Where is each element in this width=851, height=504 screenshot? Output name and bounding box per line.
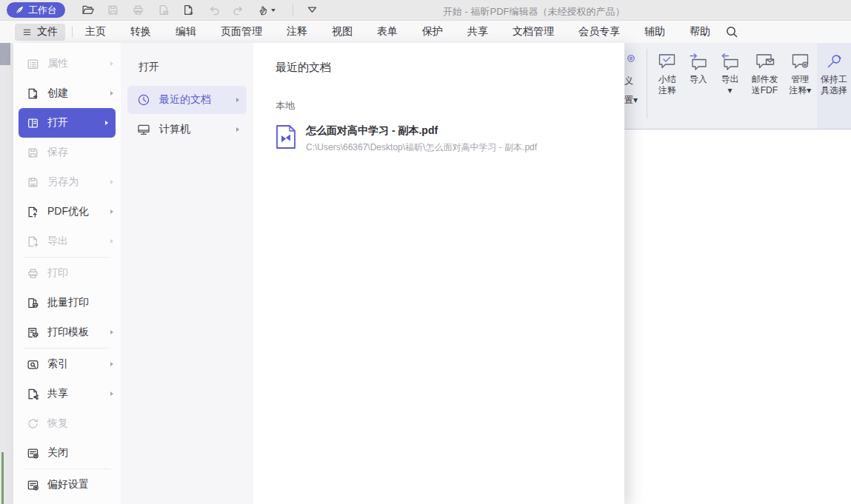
menu-item-restore: 恢复: [13, 409, 121, 438]
create-icon: [27, 87, 39, 100]
new-page-icon[interactable]: [182, 4, 195, 16]
submenu-item-recent-documents[interactable]: 最近的文档: [127, 86, 247, 114]
local-section-label: 本地: [276, 99, 624, 112]
quill-icon: [15, 5, 24, 15]
redo-icon[interactable]: [233, 4, 245, 16]
gear-icon: [625, 53, 637, 64]
pushpin-icon: [824, 53, 844, 70]
menu-item-share[interactable]: 共享: [13, 379, 121, 409]
recent-documents-title: 最近的文档: [276, 61, 624, 75]
tab-form[interactable]: 表单: [377, 25, 398, 38]
tab-convert[interactable]: 转换: [130, 25, 151, 38]
menu-item-pdf-optimize[interactable]: PDF优化: [13, 197, 121, 226]
titlebar: 工作台: [0, 0, 851, 21]
ribbon-partial-line2: 置▾: [624, 95, 642, 106]
menu-item-close[interactable]: 关闭: [13, 438, 121, 468]
comment-export-icon: [720, 53, 740, 70]
close-document-icon: [27, 447, 39, 460]
save-as-icon: [27, 176, 39, 189]
save-icon[interactable]: [107, 4, 119, 16]
file-menu-overlay: 属性 创建 打开 保存: [13, 43, 624, 504]
workspace-button[interactable]: 工作台: [7, 2, 65, 18]
ribbon-separator: [647, 49, 647, 118]
hamburger-icon: [22, 27, 32, 37]
undo-icon[interactable]: [207, 4, 220, 16]
tab-home[interactable]: 主页: [85, 25, 106, 38]
tab-protect[interactable]: 保护: [422, 25, 443, 38]
preferences-icon: [27, 479, 39, 491]
file-menu-sidebar: 属性 创建 打开 保存: [13, 43, 121, 504]
ribbon-partial-item[interactable]: 义 置▾: [624, 43, 642, 129]
comment-check-icon: [657, 53, 677, 70]
open-submenu-header: 打开: [139, 61, 253, 74]
menu-item-print: 打印: [13, 258, 121, 288]
menu-item-preferences[interactable]: 偏好设置: [13, 470, 121, 500]
menu-item-index[interactable]: 索引: [13, 349, 121, 379]
ribbon-comment-group: 义 置▾ 小结 注释 导入 导出 ▾: [624, 43, 851, 130]
toolbar-separator: [293, 4, 293, 16]
menu-item-open[interactable]: 打开: [19, 108, 116, 138]
comment-import-icon: [688, 53, 708, 70]
computer-icon: [137, 123, 150, 136]
tab-help[interactable]: 帮助: [690, 25, 710, 38]
pdf-file-icon: [276, 124, 296, 152]
tab-share[interactable]: 共享: [467, 25, 488, 38]
recent-document-item[interactable]: 怎么面对高中学习 - 副本.pdf C:\Users\66367\Desktop…: [276, 124, 624, 154]
ribbon-partial-line1: 义: [624, 75, 642, 87]
tab-edit[interactable]: 编辑: [176, 25, 196, 38]
print-template-icon: [27, 326, 39, 339]
import-comments-button[interactable]: 导入: [683, 43, 714, 129]
tab-assist[interactable]: 辅助: [644, 25, 665, 38]
hand-tool-icon[interactable]: [258, 4, 276, 16]
open-submenu-panel: 打开 最近的文档 计算机: [121, 43, 253, 504]
page-minus-icon[interactable]: [157, 4, 170, 16]
search-icon[interactable]: [725, 25, 738, 38]
index-icon: [27, 358, 39, 371]
window-title: 开始 - 福昕PDF编辑器（未经授权的产品）: [443, 5, 625, 19]
tab-page-manage[interactable]: 页面管理: [221, 25, 262, 38]
quick-access-toolbar: [81, 4, 318, 16]
restore-icon: [27, 417, 39, 430]
manage-comments-button[interactable]: 管理 注释▾: [783, 43, 817, 129]
workspace-label: 工作台: [28, 4, 57, 17]
export-comments-button[interactable]: 导出 ▾: [714, 43, 747, 129]
print-icon: [27, 267, 39, 280]
tab-doc-manage[interactable]: 文档管理: [513, 25, 554, 38]
tab-member[interactable]: 会员专享: [578, 25, 620, 38]
file-menu-button[interactable]: 文件: [15, 24, 65, 41]
menu-item-export: 导出: [13, 226, 121, 256]
pdf-optimize-icon: [27, 206, 39, 218]
tab-view[interactable]: 视图: [332, 25, 353, 38]
menu-divider: [24, 257, 110, 258]
open-icon: [27, 117, 39, 130]
batch-print-icon: [27, 297, 39, 309]
save-icon: [27, 147, 39, 159]
menu-item-print-template[interactable]: 打印模板: [13, 317, 121, 347]
recent-document-text: 怎么面对高中学习 - 副本.pdf C:\Users\66367\Desktop…: [306, 124, 537, 154]
open-file-icon[interactable]: [81, 4, 94, 16]
summarize-comments-button[interactable]: 小结 注释: [652, 43, 683, 129]
email-fdf-button[interactable]: 邮件发 送FDF: [746, 43, 783, 129]
menu-item-create[interactable]: 创建: [13, 78, 121, 108]
customize-toolbar-icon[interactable]: [306, 4, 318, 16]
file-menu-label: 文件: [37, 25, 58, 38]
clock-icon: [137, 93, 150, 107]
menu-item-save: 保存: [13, 138, 121, 167]
export-icon: [27, 235, 39, 248]
background-strip: [0, 43, 13, 504]
menu-divider: [24, 348, 110, 349]
menu-item-save-as: 另存为: [13, 167, 121, 197]
comment-gear-icon: [790, 53, 810, 70]
tab-comment[interactable]: 注释: [287, 25, 307, 38]
ribbon-tabs: 主页 转换 编辑 页面管理 注释 视图 表单 保护 共享 文档管理 会员专享 辅…: [85, 25, 710, 38]
keep-tool-selected-toggle[interactable]: 保持工 具选择: [817, 43, 851, 129]
hand-tool-caret: [271, 9, 276, 12]
document-canvas: [624, 130, 851, 504]
menu-item-properties: 属性: [13, 49, 121, 78]
print-icon[interactable]: [132, 4, 144, 16]
menu-item-batch-print[interactable]: 批量打印: [13, 288, 121, 317]
app-window: 工作台: [0, 0, 851, 504]
submenu-item-computer[interactable]: 计算机: [127, 115, 247, 144]
properties-icon: [27, 58, 39, 70]
document-path: C:\Users\66367\Desktop\福昕\怎么面对高中学习 - 副本.…: [306, 141, 537, 154]
